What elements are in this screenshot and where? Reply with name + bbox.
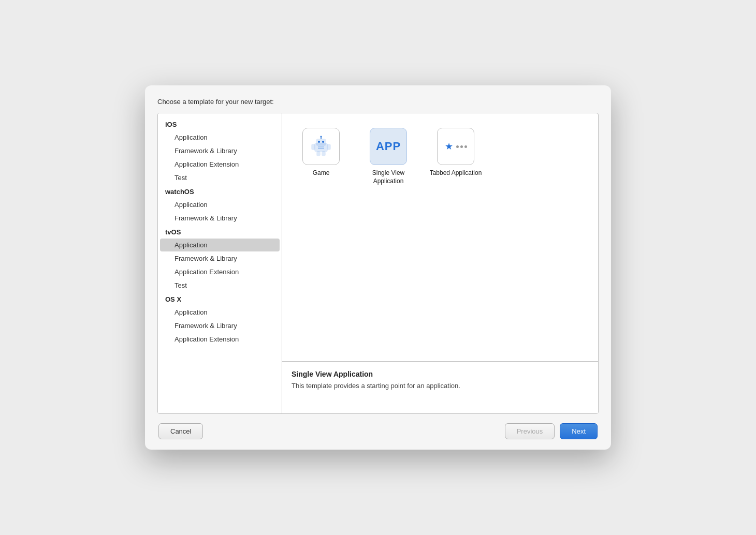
sidebar-item-ios-extension[interactable]: Application Extension xyxy=(160,158,280,171)
svg-rect-9 xyxy=(322,152,325,156)
cancel-button[interactable]: Cancel xyxy=(158,423,203,439)
svg-rect-7 xyxy=(327,144,330,150)
content-area: GameAPPSingle View Application ★ Tabbed … xyxy=(282,113,598,413)
dot-3 xyxy=(464,145,467,148)
sidebar-item-ios-application[interactable]: Application xyxy=(160,131,280,144)
sidebar: iOSApplicationFramework & LibraryApplica… xyxy=(158,113,282,413)
sidebar-item-osx-extension[interactable]: Application Extension xyxy=(160,333,280,346)
sidebar-item-tv-application[interactable]: Application xyxy=(160,239,280,251)
sidebar-item-tv-extension[interactable]: Application Extension xyxy=(160,265,280,278)
sidebar-section-header-os-x: OS X xyxy=(158,292,282,305)
template-label-tabbed: Tabbed Application xyxy=(430,169,482,177)
svg-point-3 xyxy=(322,141,324,143)
footer-right: Previous Next xyxy=(505,423,598,439)
star-icon: ★ xyxy=(445,141,453,152)
footer-left: Cancel xyxy=(158,423,203,439)
sidebar-item-ios-framework[interactable]: Framework & Library xyxy=(160,144,280,157)
template-icon-tabbed: ★ xyxy=(437,128,474,165)
sidebar-section-header-watchos: watchOS xyxy=(158,185,282,198)
sidebar-item-osx-application[interactable]: Application xyxy=(160,306,280,319)
sidebar-section-header-tvos: tvOS xyxy=(158,225,282,238)
template-label-single-view: Single View Application xyxy=(362,169,415,185)
templates-grid: GameAPPSingle View Application ★ Tabbed … xyxy=(282,113,598,362)
tabbed-top-row: ★ xyxy=(445,141,467,152)
dots-row xyxy=(456,145,467,148)
template-label-game: Game xyxy=(313,169,330,177)
footer: Cancel Previous Next xyxy=(157,423,599,439)
sidebar-item-watch-application[interactable]: Application xyxy=(160,198,280,211)
svg-point-5 xyxy=(321,136,322,138)
svg-rect-6 xyxy=(312,144,315,150)
svg-rect-8 xyxy=(317,152,320,156)
dialog: Choose a template for your new target: i… xyxy=(145,85,611,450)
svg-point-2 xyxy=(318,141,320,143)
template-icon-single-view: APP xyxy=(370,128,407,165)
app-text-icon: APP xyxy=(376,140,401,153)
sidebar-section-header-ios: iOS xyxy=(158,117,282,130)
svg-rect-1 xyxy=(316,139,326,145)
description-area: Single View Application This template pr… xyxy=(282,362,598,413)
sidebar-item-osx-framework[interactable]: Framework & Library xyxy=(160,319,280,332)
dot-1 xyxy=(456,145,459,148)
sidebar-item-tv-test[interactable]: Test xyxy=(160,279,280,292)
dialog-title: Choose a template for your new target: xyxy=(157,98,599,106)
template-item-tabbed[interactable]: ★ Tabbed Application xyxy=(427,126,484,187)
sidebar-item-ios-test[interactable]: Test xyxy=(160,171,280,184)
sidebar-item-watch-framework[interactable]: Framework & Library xyxy=(160,212,280,225)
template-icon-game xyxy=(302,128,340,165)
robot-icon xyxy=(310,135,332,158)
dot-2 xyxy=(460,145,463,148)
description-text: This template provides a starting point … xyxy=(292,381,589,391)
previous-button[interactable]: Previous xyxy=(505,423,555,439)
tabbed-icon-content: ★ xyxy=(445,141,467,152)
description-title: Single View Application xyxy=(292,370,589,378)
main-area: iOSApplicationFramework & LibraryApplica… xyxy=(157,113,599,414)
next-button[interactable]: Next xyxy=(560,423,598,439)
sidebar-item-tv-framework[interactable]: Framework & Library xyxy=(160,252,280,265)
template-item-game[interactable]: Game xyxy=(293,126,350,187)
template-item-single-view[interactable]: APPSingle View Application xyxy=(360,126,417,187)
